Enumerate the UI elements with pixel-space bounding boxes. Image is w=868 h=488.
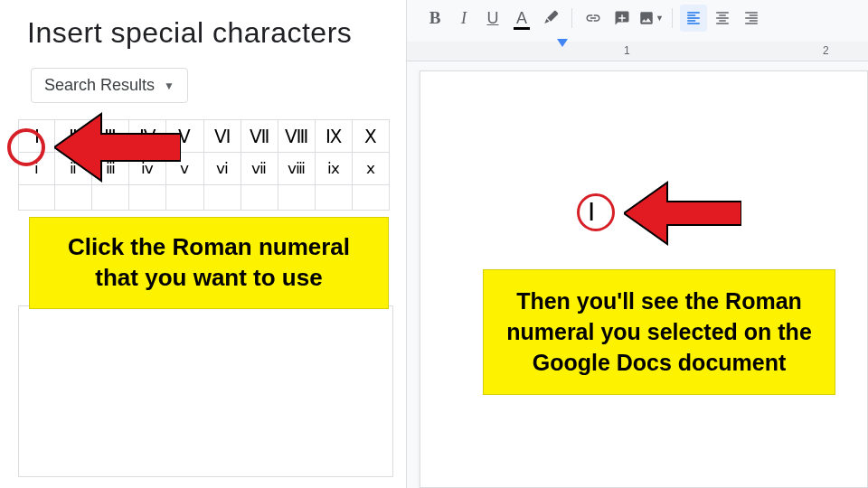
add-comment-button[interactable] <box>609 5 636 32</box>
annotation-arrow-right <box>624 177 741 249</box>
text-color-button[interactable]: A <box>508 5 535 32</box>
highlight-button[interactable] <box>537 5 564 32</box>
align-center-button[interactable] <box>709 5 736 32</box>
char-cell[interactable] <box>316 185 353 211</box>
empty-grid-area <box>18 305 393 477</box>
first-line-indent-marker[interactable] <box>557 39 568 47</box>
char-cell[interactable]: Ⅵ <box>204 120 241 153</box>
svg-marker-0 <box>54 114 181 181</box>
annotation-arrow-left <box>54 107 181 188</box>
annotation-circle-right <box>577 193 615 231</box>
annotation-callout-left: Click the Roman numeral that you want to… <box>29 217 389 309</box>
char-cell[interactable]: ⅸ <box>316 153 353 185</box>
annotation-circle-left <box>7 128 45 166</box>
char-cell[interactable] <box>166 185 203 211</box>
ruler-tick: 2 <box>823 44 829 57</box>
char-cell[interactable] <box>278 185 316 211</box>
char-cell[interactable]: Ⅷ <box>278 120 316 153</box>
toolbar-separator <box>571 8 572 28</box>
callout-text: Then you'll see the Roman numeral you se… <box>502 286 816 378</box>
panel-title: Insert special characters <box>0 0 406 61</box>
search-results-dropdown[interactable]: Search Results ▼ <box>31 68 188 103</box>
annotation-callout-right: Then you'll see the Roman numeral you se… <box>483 269 835 395</box>
char-cell[interactable] <box>18 185 55 211</box>
char-cell[interactable]: Ⅶ <box>241 120 278 153</box>
char-cell[interactable] <box>204 185 241 211</box>
italic-button[interactable]: I <box>450 5 477 32</box>
char-cell[interactable]: ⅵ <box>204 153 241 185</box>
char-cell[interactable] <box>129 185 166 211</box>
formatting-toolbar: B I U A ▼ <box>421 2 765 34</box>
char-cell[interactable]: ⅷ <box>278 153 316 185</box>
underline-button[interactable]: U <box>479 5 506 32</box>
bold-button[interactable]: B <box>421 5 448 32</box>
char-row-blank <box>18 185 390 211</box>
dropdown-label: Search Results <box>44 76 155 95</box>
char-cell[interactable] <box>353 185 390 211</box>
align-left-button[interactable] <box>680 5 707 32</box>
ruler-tick: 1 <box>624 44 630 57</box>
char-cell[interactable]: ⅹ <box>353 153 390 185</box>
toolbar-separator <box>672 8 673 28</box>
chevron-down-icon: ▼ <box>164 80 175 92</box>
svg-marker-1 <box>624 183 741 244</box>
char-cell[interactable]: Ⅸ <box>316 120 353 153</box>
char-cell[interactable]: Ⅹ <box>353 120 390 153</box>
insert-link-button[interactable] <box>580 5 607 32</box>
char-cell[interactable] <box>55 185 92 211</box>
char-cell[interactable]: ⅶ <box>241 153 278 185</box>
char-cell[interactable] <box>241 185 278 211</box>
align-right-button[interactable] <box>738 5 765 32</box>
horizontal-ruler[interactable]: 1 2 <box>407 42 868 61</box>
char-cell[interactable] <box>92 185 129 211</box>
insert-image-button[interactable]: ▼ <box>637 5 665 32</box>
callout-text: Click the Roman numeral that you want to… <box>46 232 372 294</box>
